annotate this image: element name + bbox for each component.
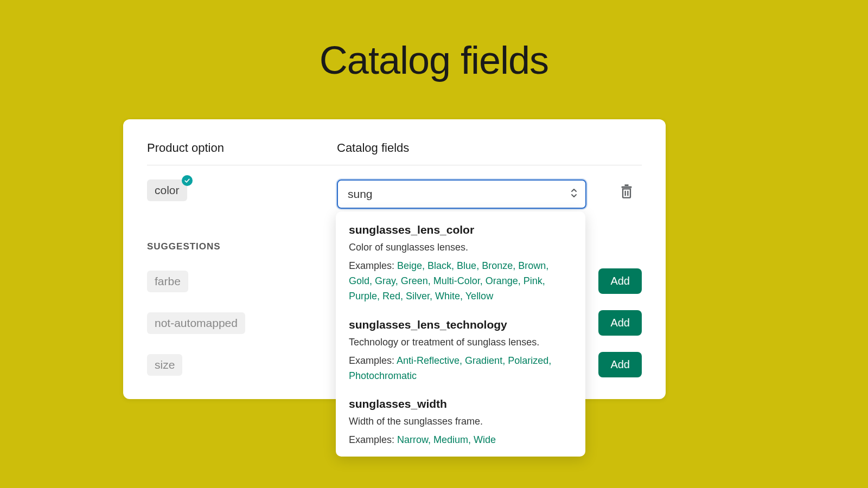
header-catalog-fields: Catalog fields (337, 141, 642, 155)
product-option-tag-color[interactable]: color (147, 179, 187, 201)
dropdown-item-examples: Examples: Anti-Reflective, Gradient, Pol… (349, 354, 572, 384)
mapping-row-color: color (147, 179, 642, 209)
add-button[interactable]: Add (598, 310, 642, 336)
suggestion-tag-size[interactable]: size (147, 354, 182, 376)
dropdown-item-examples: Examples: Narrow, Medium, Wide (349, 433, 572, 448)
add-button[interactable]: Add (598, 352, 642, 377)
delete-mapping-button[interactable] (619, 184, 634, 201)
add-button[interactable]: Add (598, 268, 642, 294)
page-title: Catalog fields (0, 0, 868, 82)
suggestion-tag-not-automapped[interactable]: not-automapped (147, 312, 245, 334)
dropdown-item-name: sunglasses_lens_color (349, 223, 572, 236)
dropdown-item-desc: Color of sunglasses lenses. (349, 242, 572, 253)
catalog-field-dropdown[interactable]: sunglasses_lens_color Color of sunglasse… (336, 211, 585, 457)
header-product-option: Product option (147, 141, 337, 155)
dropdown-item-desc: Technology or treatment of sunglass lens… (349, 337, 572, 348)
svg-rect-0 (622, 187, 632, 188)
dropdown-item-name: sunglasses_lens_technology (349, 318, 572, 331)
product-option-tag-label: color (155, 184, 180, 196)
catalog-field-search-input[interactable] (337, 179, 586, 209)
dropdown-item-name: sunglasses_width (349, 397, 572, 410)
catalog-field-select[interactable] (337, 179, 586, 209)
svg-rect-1 (625, 184, 629, 186)
dropdown-item[interactable]: sunglasses_width Width of the sunglasses… (349, 397, 572, 448)
suggestion-tag-farbe[interactable]: farbe (147, 271, 188, 292)
chevron-updown-icon (570, 188, 578, 201)
dropdown-item-desc: Width of the sunglasses frame. (349, 416, 572, 427)
dropdown-item[interactable]: sunglasses_lens_color Color of sunglasse… (349, 223, 572, 304)
check-badge-icon (182, 175, 193, 186)
dropdown-item[interactable]: sunglasses_lens_technology Technology or… (349, 318, 572, 384)
column-headers: Product option Catalog fields (147, 141, 642, 165)
dropdown-item-examples: Examples: Beige, Black, Blue, Bronze, Br… (349, 259, 572, 304)
